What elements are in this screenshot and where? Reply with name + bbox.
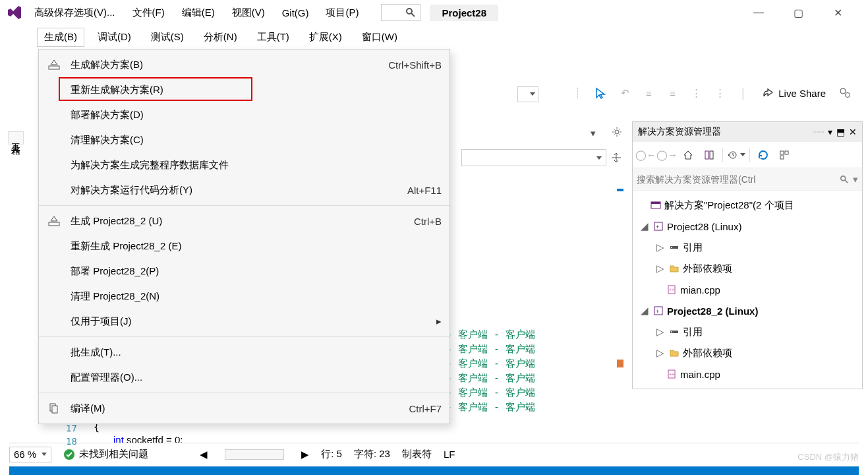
menu-compile[interactable]: 编译(M) Ctrl+F7 <box>39 396 449 421</box>
menu-view[interactable]: 视图(V) <box>225 4 272 22</box>
dd-label: 对解决方案运行代码分析(Y) <box>63 184 407 197</box>
svg-point-22 <box>671 247 672 248</box>
status-lineending[interactable]: LF <box>444 449 455 460</box>
menu-test[interactable]: 测试(S) <box>144 28 190 46</box>
menu-build-project[interactable]: 生成 Project28_2 (U) Ctrl+B <box>39 208 449 234</box>
cpp-file-icon: ++ <box>666 284 678 296</box>
panel-menu-icon[interactable]: ▾ <box>828 127 832 137</box>
switch-view-icon[interactable] <box>700 146 718 164</box>
pin-icon[interactable]: ⬒ <box>836 127 845 137</box>
solution-node[interactable]: 解决方案"Project28"(2 个项目 <box>633 195 862 216</box>
status-col[interactable]: 字符: 23 <box>354 448 390 460</box>
home-icon[interactable] <box>679 146 697 164</box>
scroll-right-icon[interactable]: ▶ <box>301 449 309 460</box>
menu-extensions[interactable]: 扩展(X) <box>303 28 349 46</box>
project-node-2[interactable]: ◢ + Project28_2 (Linux) <box>633 300 862 321</box>
svg-line-16 <box>845 179 848 182</box>
menu-deploy-project[interactable]: 部署 Project28_2(P) <box>39 259 449 284</box>
menu-deploy-solution[interactable]: 部署解决方案(D) <box>39 102 449 127</box>
menu-build[interactable]: 生成(B) <box>37 28 84 47</box>
minimize-button[interactable]: — <box>747 3 770 22</box>
scrollbar-marker <box>617 189 623 191</box>
config-dropdown[interactable] <box>517 86 538 102</box>
menu-project[interactable]: 项目(P) <box>319 4 365 22</box>
menu-window[interactable]: 窗口(W) <box>355 28 404 46</box>
split-icon[interactable] <box>611 152 622 165</box>
collapse-icon[interactable]: ◢ <box>639 305 650 317</box>
live-share-button[interactable]: Live Share <box>759 84 830 102</box>
dd-label: 批生成(T)... <box>63 346 442 359</box>
menu-rebuild-solution[interactable]: 重新生成解决方案(R) <box>39 77 449 102</box>
solution-search[interactable]: ▾ <box>633 168 862 191</box>
menu-separator <box>39 205 449 206</box>
project-node-1[interactable]: ◢ + Project28 (Linux) <box>633 216 862 237</box>
menu-git[interactable]: Git(G) <box>275 5 316 21</box>
folder-icon <box>668 263 680 274</box>
toolbox-tab[interactable]: 工具箱 <box>8 131 24 144</box>
close-panel-icon[interactable]: ✕ <box>849 127 857 137</box>
references-node[interactable]: ▷ 引用 <box>633 237 862 258</box>
search-dropdown-icon[interactable]: ▾ <box>853 174 858 185</box>
zoom-selector[interactable]: 66 % <box>9 447 51 462</box>
uncomment-icon[interactable]: ⋮ <box>711 84 728 102</box>
menu-analyze[interactable]: 分析(N) <box>197 28 244 46</box>
gear-icon[interactable] <box>612 127 622 139</box>
menu-clean-project[interactable]: 清理 Project28_2(N) <box>39 284 449 309</box>
comment-icon[interactable]: ⋮ <box>687 84 705 102</box>
file-node-main[interactable]: ++ main.cpp <box>633 364 862 385</box>
expand-icon[interactable]: ▷ <box>655 326 666 338</box>
menu-batch-build[interactable]: 批生成(T)... <box>39 340 449 365</box>
back-icon[interactable]: ◯← <box>637 146 655 164</box>
dd-label: 清理解决方案(C) <box>63 134 442 146</box>
svg-line-1 <box>411 13 415 16</box>
references-icon <box>668 326 680 338</box>
external-deps-node-2[interactable]: ▷ 外部依赖项 <box>633 342 862 364</box>
solution-search-input[interactable] <box>637 174 836 185</box>
horizontal-scrollbar[interactable] <box>225 449 284 460</box>
svg-point-15 <box>841 175 846 180</box>
tree-label: 引用 <box>683 241 703 254</box>
expand-icon[interactable]: ▷ <box>655 241 666 253</box>
menu-run-code-analysis[interactable]: 对解决方案运行代码分析(Y)Alt+F11 <box>39 177 449 203</box>
expand-icon[interactable]: ▷ <box>655 347 666 359</box>
external-deps-node[interactable]: ▷ 外部依赖项 <box>633 258 862 279</box>
menu-tools[interactable]: 工具(T) <box>250 28 296 46</box>
dd-label: 清理 Project28_2(N) <box>63 290 442 303</box>
outdent-icon[interactable]: ≡ <box>640 84 657 102</box>
refresh-icon[interactable] <box>754 146 772 164</box>
scope-dropdown[interactable] <box>461 149 606 166</box>
collapse-icon[interactable]: ◢ <box>639 220 650 232</box>
svg-point-0 <box>407 9 412 14</box>
menu-edit[interactable]: 编辑(E) <box>175 4 221 22</box>
indent-icon[interactable]: ≡ <box>664 84 681 102</box>
project-label: Project28 (Linux) <box>667 221 741 232</box>
scroll-left-icon[interactable]: ◀ <box>200 449 208 460</box>
close-button[interactable]: ✕ <box>826 3 850 22</box>
quick-launch-search[interactable] <box>381 4 420 21</box>
forward-icon[interactable]: ◯→ <box>658 146 676 164</box>
menu-clean-solution[interactable]: 清理解决方案(C) <box>39 127 449 152</box>
menu-file[interactable]: 文件(F) <box>126 4 171 22</box>
references-node-2[interactable]: ▷ 引用 <box>633 321 862 342</box>
expand-icon[interactable]: ▷ <box>655 263 666 274</box>
doc-dropdown-icon[interactable]: ▾ <box>591 127 596 139</box>
status-line[interactable]: 行: 5 <box>321 448 342 460</box>
history-icon[interactable] <box>727 146 745 164</box>
menu-project-only[interactable]: 仅用于项目(J)▸ <box>39 309 449 334</box>
menu-config-manager[interactable]: 配置管理器(O)... <box>39 365 449 390</box>
feedback-icon[interactable] <box>836 84 854 102</box>
menu-build-solution[interactable]: 生成解决方案(B) Ctrl+Shift+B <box>39 52 449 77</box>
collapse-all-icon[interactable] <box>775 146 794 164</box>
svg-text:++: ++ <box>669 372 674 377</box>
maximize-button[interactable]: ▢ <box>786 3 810 22</box>
undo-icon[interactable]: ↶ <box>616 84 633 102</box>
no-issues-indicator[interactable]: 未找到相关问题 <box>63 448 148 460</box>
menu-rebuild-project[interactable]: 重新生成 Project28_2 (E) <box>39 234 449 259</box>
status-tabs[interactable]: 制表符 <box>402 448 432 460</box>
advanced-save-options-menu[interactable]: 高级保存选项(V)... <box>28 4 122 22</box>
file-node-mian[interactable]: ++ mian.cpp <box>633 279 862 300</box>
menu-debug[interactable]: 调试(D) <box>91 28 138 46</box>
status-strip <box>9 466 859 475</box>
cursor-icon[interactable] <box>593 84 610 102</box>
menu-build-full-pdb[interactable]: 为解决方案生成完整程序数据库文件 <box>39 152 449 177</box>
